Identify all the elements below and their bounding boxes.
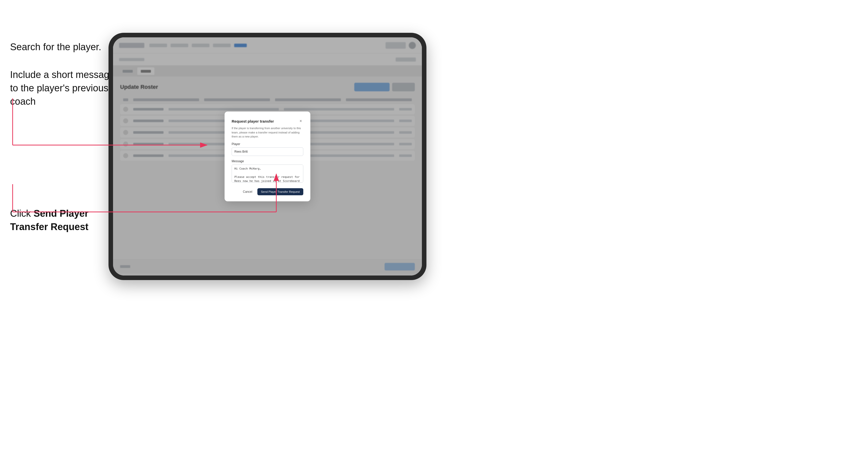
player-search-input[interactable]: [231, 147, 303, 156]
annotation-message: Include a short messageto the player's p…: [10, 68, 115, 108]
modal-overlay: Request player transfer × If the player …: [113, 37, 422, 276]
tablet-device: Update Roster: [108, 33, 427, 280]
modal-title: Request player transfer: [231, 119, 274, 123]
modal-header: Request player transfer ×: [231, 119, 303, 124]
player-field-label: Player: [231, 142, 303, 146]
modal-dialog: Request player transfer × If the player …: [224, 112, 310, 201]
modal-actions: Cancel Send Player Transfer Request: [231, 188, 303, 195]
close-icon[interactable]: ×: [298, 119, 303, 124]
message-textarea[interactable]: Hi Coach McHarg, Please accept this tran…: [231, 164, 303, 183]
app-background: Update Roster: [113, 37, 422, 276]
message-field-label: Message: [231, 159, 303, 163]
annotation-click: Click Send Player Transfer Request: [10, 207, 106, 234]
annotation-search: Search for the player.: [10, 40, 101, 54]
cancel-button[interactable]: Cancel: [241, 188, 255, 195]
modal-description: If the player is transferring from anoth…: [231, 126, 303, 139]
send-transfer-request-button[interactable]: Send Player Transfer Request: [257, 188, 303, 195]
